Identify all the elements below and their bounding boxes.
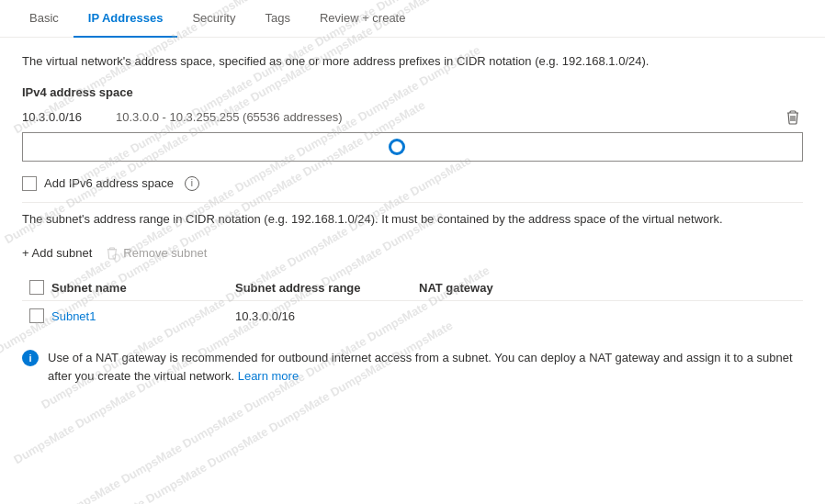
- col-header-subnet-name: Subnet name: [51, 274, 235, 301]
- remove-trash-icon: [107, 247, 118, 260]
- subnet-table: Subnet name Subnet address range NAT gat…: [22, 274, 803, 330]
- row-nat-gateway: [419, 301, 803, 331]
- subnet-name-link[interactable]: Subnet1: [51, 309, 96, 323]
- col-header-checkbox: [22, 274, 51, 301]
- row-checkbox[interactable]: [29, 308, 44, 323]
- info-notice-text: Use of a NAT gateway is recommended for …: [48, 349, 803, 385]
- divider: [22, 202, 803, 203]
- tab-tags[interactable]: Tags: [250, 0, 304, 38]
- add-subnet-button[interactable]: + Add subnet: [22, 242, 92, 263]
- remove-subnet-button[interactable]: Remove subnet: [107, 242, 207, 263]
- ip-range: 10.3.0.0 - 10.3.255.255 (65536 addresses…: [116, 110, 342, 124]
- info-circle-icon: i: [22, 350, 39, 366]
- col-header-address-range: Subnet address range: [235, 274, 419, 301]
- ip-address-input[interactable]: [22, 132, 803, 162]
- select-all-checkbox[interactable]: [29, 280, 44, 295]
- tab-ip-addresses[interactable]: IP Addresses: [73, 0, 178, 38]
- remove-subnet-label: Remove subnet: [123, 246, 207, 260]
- row-subnet-name: Subnet1: [51, 301, 235, 331]
- ipv6-info-icon[interactable]: i: [185, 176, 199, 191]
- ip-value: 10.3.0.0/16: [22, 110, 105, 124]
- tab-review-create[interactable]: Review + create: [305, 0, 421, 38]
- delete-ip-button[interactable]: [783, 106, 803, 129]
- info-text-content: Use of a NAT gateway is recommended for …: [48, 351, 793, 383]
- ipv4-section-label: IPv4 address space: [22, 85, 803, 99]
- ipv6-checkbox-row: Add IPv6 address space i: [22, 176, 803, 191]
- add-subnet-label: + Add subnet: [22, 246, 92, 260]
- subnet-description: The subnet's address range in CIDR notat…: [22, 210, 803, 229]
- table-row: Subnet1 10.3.0.0/16: [22, 301, 803, 331]
- tab-bar: Basic IP Addresses Security Tags Review …: [0, 0, 825, 38]
- ip-address-row: 10.3.0.0/16 10.3.0.0 - 10.3.255.255 (655…: [22, 106, 803, 129]
- address-space-description: The virtual network's address space, spe…: [22, 52, 803, 71]
- subnet-toolbar: + Add subnet Remove subnet: [22, 242, 803, 263]
- row-address-range: 10.3.0.0/16: [235, 301, 419, 331]
- tab-basic[interactable]: Basic: [15, 0, 73, 38]
- row-checkbox-cell: [22, 301, 51, 331]
- ipv6-label: Add IPv6 address space: [44, 176, 174, 190]
- trash-icon: [786, 110, 799, 125]
- col-header-nat-gateway: NAT gateway: [419, 274, 803, 301]
- ipv6-checkbox[interactable]: [22, 176, 37, 191]
- main-content: The virtual network's address space, spe…: [0, 38, 825, 407]
- info-notice: i Use of a NAT gateway is recommended fo…: [22, 342, 803, 392]
- learn-more-link[interactable]: Learn more: [238, 369, 299, 383]
- tab-security[interactable]: Security: [177, 0, 250, 38]
